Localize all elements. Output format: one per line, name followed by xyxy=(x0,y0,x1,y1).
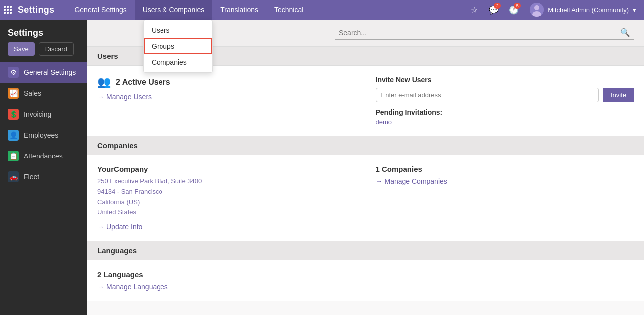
sales-icon: 📈 xyxy=(8,88,19,99)
svg-point-1 xyxy=(534,5,539,10)
sidebar: Settings Save Discard ⚙ General Settings… xyxy=(0,20,87,315)
invite-button[interactable]: Invite xyxy=(603,88,634,102)
employees-icon: 👤 xyxy=(8,130,19,141)
manage-companies-link[interactable]: → Manage Companies xyxy=(376,177,635,185)
arrow-icon: → xyxy=(97,93,104,101)
company-name: YourCompany xyxy=(97,165,356,173)
chat-badge: 2 xyxy=(494,3,501,9)
active-users-row: 👥 2 Active Users xyxy=(97,76,356,89)
attendances-icon: 📋 xyxy=(8,151,19,161)
email-input[interactable] xyxy=(376,88,599,102)
arrow-icon: → xyxy=(376,177,383,185)
nav-users-companies[interactable]: Users & Companies xyxy=(135,0,213,20)
invite-row: Invite xyxy=(376,88,635,102)
active-users-count: 2 Active Users xyxy=(116,78,170,87)
companies-section-body: YourCompany 250 Executive Park Blvd, Sui… xyxy=(87,155,644,241)
user-name: Mitchell Admin (Community) xyxy=(548,6,629,14)
nav-translations[interactable]: Translations xyxy=(212,0,266,20)
sidebar-item-label: General Settings xyxy=(24,68,76,76)
grid-menu-button[interactable] xyxy=(4,6,12,14)
sidebar-item-label: Invoicing xyxy=(24,110,51,118)
sidebar-item-general-settings[interactable]: ⚙ General Settings xyxy=(0,62,87,83)
sidebar-item-sales[interactable]: 📈 Sales xyxy=(0,83,87,104)
languages-section-header: Languages xyxy=(87,241,644,260)
users-icon: 👥 xyxy=(97,76,111,89)
clock-badge: 5 xyxy=(514,3,521,9)
update-info-link[interactable]: → Update Info xyxy=(97,223,356,231)
search-icon[interactable]: 🔍 xyxy=(620,28,630,37)
app-title: Settings xyxy=(18,5,54,15)
languages-section-body: 2 Languages → Manage Languages xyxy=(87,260,644,301)
manage-languages-link[interactable]: → Manage Languages xyxy=(97,283,634,291)
invoicing-icon: 💲 xyxy=(8,109,19,120)
users-companies-dropdown: Users Groups Companies xyxy=(143,20,213,73)
companies-section-header: Companies xyxy=(87,136,644,155)
dropdown-item-groups[interactable]: Groups xyxy=(144,38,212,54)
discard-button[interactable]: Discard xyxy=(39,42,74,56)
arrow-icon: → xyxy=(97,223,104,231)
companies-count: 1 Companies xyxy=(376,165,635,173)
sidebar-item-label: Sales xyxy=(24,89,41,97)
star-button[interactable]: ☆ xyxy=(466,2,482,18)
clock-button[interactable]: 🕐 5 xyxy=(506,2,522,18)
users-left: 👥 2 Active Users → Manage Users xyxy=(97,76,356,126)
main-layout: Settings Save Discard ⚙ General Settings… xyxy=(0,20,644,315)
sidebar-item-invoicing[interactable]: 💲 Invoicing xyxy=(0,104,87,125)
save-button[interactable]: Save xyxy=(8,42,35,56)
sidebar-actions: Save Discard xyxy=(0,42,87,62)
sidebar-item-label: Employees xyxy=(24,131,58,139)
arrow-icon: → xyxy=(97,283,104,291)
users-right: Invite New Users Invite Pending Invitati… xyxy=(376,76,635,126)
dropdown-item-companies[interactable]: Companies xyxy=(144,54,212,70)
companies-left: YourCompany 250 Executive Park Blvd, Sui… xyxy=(97,165,356,231)
companies-right: 1 Companies → Manage Companies xyxy=(376,165,635,231)
sidebar-title: Settings xyxy=(0,20,87,42)
chevron-down-icon: ▾ xyxy=(633,6,636,14)
chat-button[interactable]: 💬 2 xyxy=(486,2,502,18)
general-settings-icon: ⚙ xyxy=(8,67,19,78)
invite-title: Invite New Users xyxy=(376,76,635,84)
search-input[interactable] xyxy=(339,29,620,37)
sidebar-item-employees[interactable]: 👤 Employees xyxy=(0,125,87,146)
users-section-body: 👥 2 Active Users → Manage Users Invite N… xyxy=(87,66,644,136)
nav-technical[interactable]: Technical xyxy=(266,0,311,20)
sidebar-item-attendances[interactable]: 📋 Attendances xyxy=(0,146,87,166)
languages-count: 2 Languages xyxy=(97,270,634,279)
pending-title: Pending Invitations: xyxy=(376,108,635,116)
nav-right: ☆ 💬 2 🕐 5 Mitchell Admin (Community) ▾ xyxy=(466,2,640,18)
company-address: 250 Executive Park Blvd, Suite 3400 9413… xyxy=(97,176,356,218)
companies-section: Companies YourCompany 250 Executive Park… xyxy=(87,136,644,241)
grid-icon xyxy=(4,6,12,14)
search-box: 🔍 xyxy=(335,26,634,40)
pending-item[interactable]: demo xyxy=(376,118,635,126)
top-nav: Settings General Settings Users & Compan… xyxy=(0,0,644,20)
manage-users-link[interactable]: → Manage Users xyxy=(97,93,356,101)
nav-general-settings[interactable]: General Settings xyxy=(66,0,134,20)
nav-items: General Settings Users & Companies Trans… xyxy=(66,0,466,20)
sidebar-item-label: Fleet xyxy=(24,173,39,181)
avatar xyxy=(530,3,544,17)
languages-section: Languages 2 Languages → Manage Languages xyxy=(87,241,644,301)
sidebar-item-label: Attendances xyxy=(24,152,63,160)
dropdown-item-users[interactable]: Users xyxy=(144,22,212,38)
fleet-icon: 🚗 xyxy=(8,171,19,182)
sidebar-item-fleet[interactable]: 🚗 Fleet xyxy=(0,166,87,187)
user-menu[interactable]: Mitchell Admin (Community) ▾ xyxy=(526,3,640,17)
